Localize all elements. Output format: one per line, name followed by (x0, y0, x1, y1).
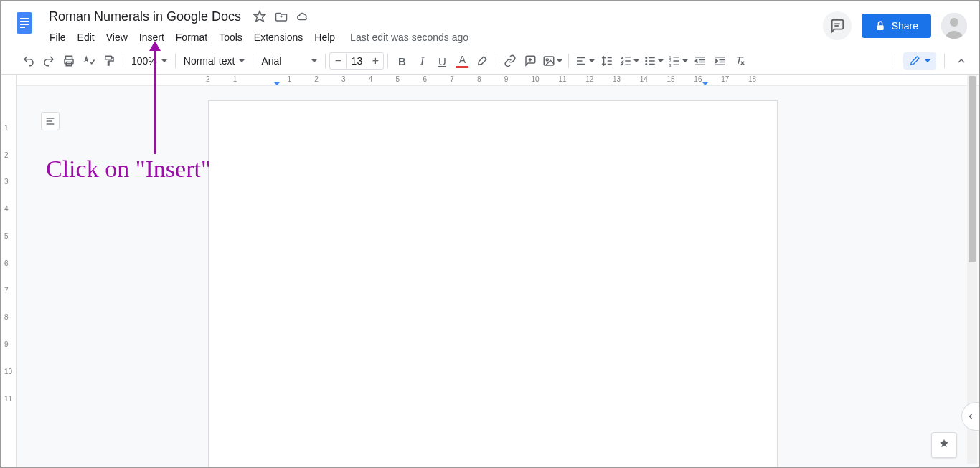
docs-logo[interactable] (10, 9, 39, 37)
add-comment-button[interactable] (520, 51, 540, 71)
undo-button[interactable] (19, 51, 39, 71)
document-page[interactable] (208, 100, 778, 467)
styles-select[interactable]: Normal text (179, 51, 250, 71)
separator (895, 54, 895, 68)
app-bar: Roman Numerals in Google Docs File Edit … (1, 1, 979, 47)
svg-rect-33 (649, 64, 655, 65)
menu-insert[interactable]: Insert (134, 29, 169, 46)
hide-menus-button[interactable] (953, 52, 970, 70)
text-color-button[interactable]: A (452, 51, 472, 71)
svg-rect-14 (105, 56, 112, 59)
share-button[interactable]: Share (862, 14, 931, 38)
align-button[interactable] (573, 51, 597, 71)
svg-point-29 (646, 60, 648, 62)
indent-marker-right[interactable] (702, 78, 709, 85)
separator (175, 54, 176, 68)
chevron-down-icon (557, 59, 562, 62)
chevron-down-icon (658, 59, 664, 62)
italic-button[interactable]: I (412, 51, 432, 71)
separator (568, 54, 569, 68)
redo-button[interactable] (39, 51, 59, 71)
svg-marker-5 (255, 11, 265, 22)
svg-marker-51 (702, 82, 709, 85)
chevron-down-icon (633, 59, 639, 62)
separator (325, 54, 326, 68)
editing-mode-button[interactable] (903, 52, 936, 70)
bold-button[interactable]: B (392, 51, 412, 71)
svg-point-10 (950, 18, 958, 27)
menu-file[interactable]: File (44, 29, 71, 46)
font-size-value[interactable]: 13 (346, 54, 367, 68)
menu-edit[interactable]: Edit (72, 29, 100, 46)
workspace: 1 2 3 4 5 6 7 8 9 10 11 2 1 1 2 3 4 5 6 (1, 75, 979, 467)
zoom-select[interactable]: 100% (127, 51, 171, 71)
comments-button[interactable] (823, 11, 852, 40)
chevron-down-icon (311, 59, 317, 62)
indent-marker-left[interactable] (273, 78, 281, 85)
styles-value: Normal text (184, 55, 235, 67)
svg-rect-0 (17, 12, 32, 34)
svg-point-18 (547, 59, 549, 61)
explore-button[interactable] (931, 432, 957, 458)
pencil-icon (909, 55, 920, 67)
toolbar: 100% Normal text Arial − 13 + B I U A 12… (1, 47, 979, 75)
svg-rect-2 (20, 21, 29, 22)
title-area: Roman Numerals in Google Docs File Edit … (44, 7, 823, 47)
underline-button[interactable]: U (432, 51, 452, 71)
bulleted-list-button[interactable] (641, 51, 666, 71)
main-area: 2 1 1 2 3 4 5 6 7 8 9 10 11 12 13 14 15 … (17, 75, 979, 467)
separator (387, 54, 388, 68)
font-select[interactable]: Arial (257, 51, 321, 71)
menu-format[interactable]: Format (171, 29, 212, 46)
svg-rect-17 (545, 57, 555, 65)
scrollbar-thumb[interactable] (969, 76, 976, 262)
decrease-indent-button[interactable] (690, 51, 710, 71)
svg-rect-8 (877, 25, 883, 30)
menu-extensions[interactable]: Extensions (249, 29, 308, 46)
svg-rect-31 (649, 57, 655, 59)
clear-formatting-button[interactable] (730, 51, 750, 71)
chevron-down-icon (589, 59, 595, 62)
horizontal-ruler[interactable]: 2 1 1 2 3 4 5 6 7 8 9 10 11 12 13 14 15 … (17, 75, 979, 86)
separator (496, 54, 496, 68)
checklist-button[interactable] (617, 51, 641, 71)
svg-point-28 (646, 57, 648, 59)
svg-marker-50 (273, 82, 281, 85)
lock-icon (875, 20, 886, 32)
move-icon[interactable] (274, 9, 288, 24)
svg-rect-1 (20, 18, 29, 19)
cloud-icon[interactable] (296, 9, 310, 24)
menu-tools[interactable]: Tools (214, 29, 248, 46)
menu-view[interactable]: View (101, 29, 133, 46)
print-button[interactable] (59, 51, 79, 71)
chevron-down-icon (161, 59, 167, 62)
star-icon[interactable] (253, 9, 267, 24)
vertical-ruler[interactable]: 1 2 3 4 5 6 7 8 9 10 11 (1, 75, 17, 467)
document-title[interactable]: Roman Numerals in Google Docs (44, 8, 245, 26)
chevron-down-icon (925, 59, 930, 62)
increase-indent-button[interactable] (710, 51, 730, 71)
canvas (17, 86, 979, 467)
spellcheck-button[interactable] (79, 51, 99, 71)
highlight-button[interactable] (472, 51, 492, 71)
font-size-decrease[interactable]: − (330, 53, 346, 69)
font-size-increase[interactable]: + (367, 53, 383, 69)
line-spacing-button[interactable] (597, 51, 617, 71)
font-value: Arial (261, 55, 281, 67)
paint-format-button[interactable] (99, 51, 119, 71)
svg-rect-3 (20, 24, 29, 25)
numbered-list-button[interactable]: 123 (666, 51, 690, 71)
chevron-down-icon (239, 59, 245, 62)
account-avatar[interactable] (941, 13, 967, 39)
insert-image-button[interactable] (540, 51, 565, 71)
menu-bar: File Edit View Insert Format Tools Exten… (44, 27, 823, 47)
show-outline-button[interactable] (41, 112, 60, 130)
font-size-group: − 13 + (329, 52, 384, 70)
last-edit-link[interactable]: Last edit was seconds ago (350, 32, 468, 43)
separator (253, 54, 253, 68)
separator (944, 54, 945, 68)
insert-link-button[interactable] (500, 51, 520, 71)
menu-help[interactable]: Help (309, 29, 340, 46)
svg-rect-32 (649, 60, 655, 62)
chevron-down-icon (682, 59, 688, 62)
